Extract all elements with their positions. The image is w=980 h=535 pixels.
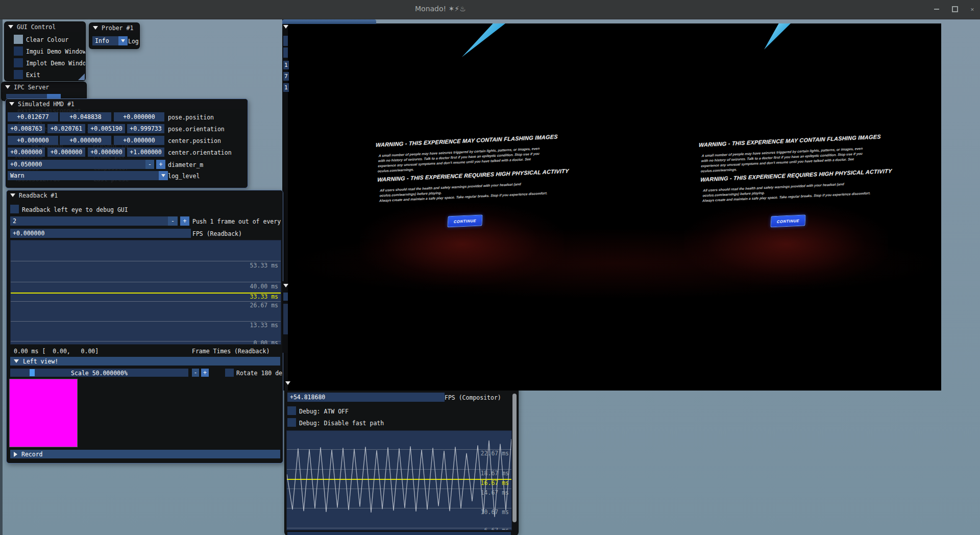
focused-window-titlebar-fragment[interactable]: [282, 19, 376, 24]
center-position-y[interactable]: +0.000000: [60, 136, 111, 145]
diameter-minus-button[interactable]: -: [145, 160, 154, 169]
scale-minus-button[interactable]: -: [192, 369, 199, 377]
log-level-combo[interactable]: Warn: [8, 171, 168, 180]
resize-grip[interactable]: [78, 74, 85, 80]
collapsed-header-fragment[interactable]: [287, 532, 511, 535]
debug-atw-label[interactable]: Debug: ATW OFF: [299, 408, 349, 415]
gui-control-titlebar[interactable]: GUI Control: [5, 22, 85, 32]
record-header[interactable]: Record: [10, 450, 280, 458]
vr-debug-view[interactable]: WARNING - THIS EXPERIENCE MAY CONTAIN FL…: [288, 23, 941, 391]
prober-log-level-value: Info: [95, 37, 109, 44]
simulated-hmd-window[interactable]: exit on disconnect running Compositor (t…: [5, 99, 248, 188]
tick-label-target: 16.67 ms: [481, 479, 509, 487]
collapse-icon[interactable]: [283, 25, 288, 29]
log-level-value: Warn: [10, 172, 24, 179]
pose-position-x[interactable]: +0.012677: [8, 112, 58, 121]
debug-fast-path-checkbox[interactable]: [287, 418, 296, 427]
chevron-down-icon[interactable]: [159, 171, 168, 180]
diameter-plus-button[interactable]: +: [156, 160, 165, 169]
tick-label: 10.67 ms: [481, 508, 509, 516]
app-titlebar[interactable]: Monado! ✶⚡♨ ✕: [0, 0, 980, 19]
readback-fps-field[interactable]: +0.000000: [10, 229, 191, 238]
prober-title: Prober #1: [102, 25, 133, 32]
center-orientation-z[interactable]: +0.000000: [88, 148, 125, 157]
tick-label: 14.67 ms: [481, 489, 509, 496]
ipc-server-titlebar[interactable]: IPC Server: [2, 82, 86, 92]
exit-label[interactable]: Exit: [26, 71, 40, 79]
scrollbar[interactable]: [512, 392, 517, 533]
diameter-label: diameter_m: [168, 161, 203, 168]
close-button[interactable]: ✕: [967, 5, 978, 13]
imgui-demo-label[interactable]: Imgui Demo Window: [26, 48, 86, 55]
warning-panel-right-eye: WARNING - THIS EXPERIENCE MAY CONTAIN FL…: [698, 130, 874, 245]
pose-position-z[interactable]: +0.000000: [114, 112, 164, 121]
prober-log-level-combo[interactable]: Info: [92, 36, 128, 45]
record-header-label: Record: [21, 451, 43, 458]
prober-window[interactable]: Prober #1 Info Log: [89, 22, 140, 49]
push-frame-minus-button[interactable]: -: [168, 216, 178, 226]
frame-times-series: [11, 240, 281, 344]
center-orientation-w[interactable]: +1.000000: [127, 148, 164, 157]
diameter-input[interactable]: +0.050000: [8, 160, 146, 169]
scrollbar-thumb[interactable]: [512, 394, 517, 522]
left-view-header[interactable]: Left view!: [10, 357, 280, 366]
chevron-down-icon[interactable]: [118, 36, 128, 45]
pose-orientation-z[interactable]: +0.005190: [88, 124, 125, 133]
scale-slider[interactable]: Scale 50.000000%: [10, 369, 188, 377]
prober-titlebar[interactable]: Prober #1: [89, 23, 139, 33]
field-fragment: [283, 36, 288, 46]
continue-button[interactable]: CONTINUE: [447, 214, 482, 227]
collapse-icon[interactable]: [5, 85, 10, 89]
debug-fast-path-label[interactable]: Debug: Disable fast path: [299, 420, 384, 427]
left-eye-preview-image: [9, 379, 78, 447]
compositor-window[interactable]: +54.818680 FPS (Compositor) Debug: ATW O…: [284, 380, 519, 535]
collapse-icon[interactable]: [93, 26, 98, 30]
minimize-button[interactable]: [931, 5, 942, 13]
simulated-hmd-titlebar[interactable]: Simulated HMD #1: [6, 99, 248, 109]
left-view-header-label: Left view!: [23, 358, 58, 365]
collapse-icon[interactable]: [9, 102, 14, 106]
readback-fps-label: FPS (Readback): [192, 230, 242, 237]
readback-window[interactable]: Readback #1 Readback left eye to debug G…: [6, 190, 283, 464]
maximize-icon: [952, 6, 958, 12]
compositor-frame-times-plot[interactable]: 22.67 ms 18.67 ms 16.67 ms 14.67 ms 10.6…: [286, 430, 512, 530]
hidden-window-sliver-top: 1 7 1: [282, 24, 288, 98]
expand-icon[interactable]: [14, 452, 17, 457]
pose-position-y[interactable]: +0.048838: [60, 112, 111, 121]
compositor-fps-field[interactable]: +54.818680: [287, 393, 445, 402]
implot-demo-label[interactable]: Implot Demo Window: [26, 60, 86, 67]
center-orientation-y[interactable]: +0.000000: [47, 148, 85, 157]
lens-flare-streak-right: [764, 23, 791, 50]
readback-frame-times-plot[interactable]: 53.33 ms 40.00 ms 33.33 ms 26.67 ms 13.3…: [10, 240, 281, 345]
warning-paragraph-2: All users should read the health and saf…: [379, 180, 548, 203]
collapse-icon[interactable]: [14, 359, 19, 363]
collapse-icon[interactable]: [283, 284, 288, 287]
exit-checkbox[interactable]: [14, 70, 23, 79]
maximize-button[interactable]: [949, 5, 961, 13]
clear-colour-label[interactable]: Clear Colour: [26, 36, 68, 43]
clear-colour-swatch[interactable]: [14, 35, 23, 44]
scale-plus-button[interactable]: +: [201, 369, 209, 377]
push-frame-input[interactable]: 2: [10, 216, 168, 226]
implot-demo-checkbox[interactable]: [14, 58, 23, 67]
readback-left-eye-label[interactable]: Readback left eye to debug GUI: [22, 206, 128, 213]
readback-titlebar[interactable]: Readback #1: [7, 190, 283, 200]
collapse-icon[interactable]: [285, 381, 290, 385]
readback-left-eye-checkbox[interactable]: [10, 205, 19, 213]
pose-orientation-x[interactable]: +0.008763: [8, 124, 45, 133]
center-position-x[interactable]: +0.000000: [8, 136, 58, 145]
center-orientation-x[interactable]: +0.000000: [8, 148, 45, 157]
rotate-180-label[interactable]: Rotate 180 de: [236, 370, 282, 377]
continue-button[interactable]: CONTINUE: [770, 214, 805, 227]
imgui-demo-checkbox[interactable]: [14, 46, 23, 56]
debug-atw-checkbox[interactable]: [287, 406, 296, 415]
rotate-180-checkbox[interactable]: [225, 369, 234, 377]
pose-orientation-y[interactable]: +0.020761: [47, 124, 85, 133]
app-title: Monado! ✶⚡♨: [415, 5, 466, 13]
pose-orientation-w[interactable]: +0.999733: [127, 124, 164, 133]
collapse-icon[interactable]: [8, 25, 13, 29]
collapse-icon[interactable]: [10, 193, 15, 197]
gui-control-window[interactable]: GUI Control Clear Colour Imgui Demo Wind…: [4, 21, 86, 81]
push-frame-plus-button[interactable]: +: [180, 216, 189, 226]
center-position-z[interactable]: +0.000000: [114, 136, 164, 145]
